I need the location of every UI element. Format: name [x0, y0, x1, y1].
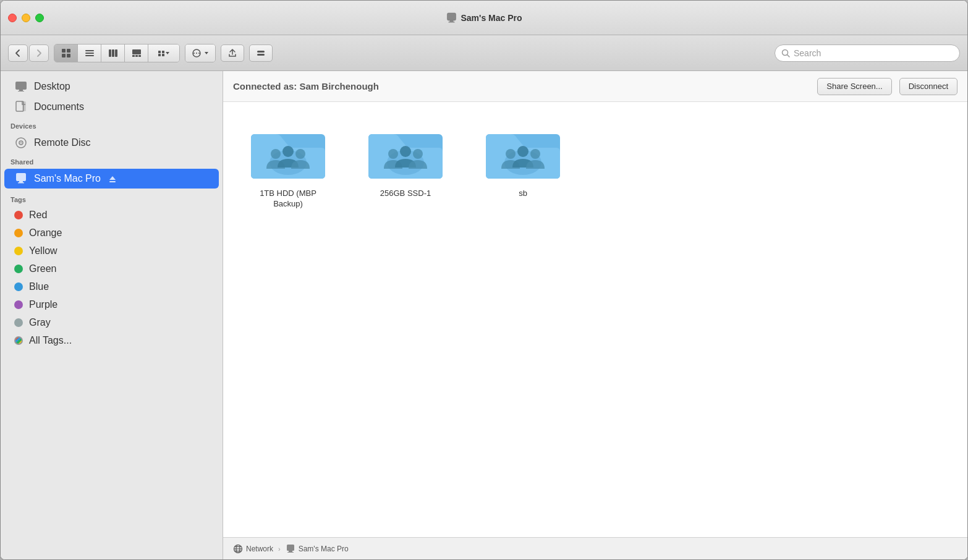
svg-rect-12	[115, 49, 117, 57]
file-item[interactable]: 256GB SSD-1	[365, 121, 446, 199]
svg-rect-19	[158, 54, 161, 56]
tag-label: Red	[29, 210, 47, 221]
tags-list: RedOrangeYellowGreenBluePurpleGrayAll Ta…	[1, 206, 223, 349]
close-button[interactable]	[8, 14, 17, 22]
svg-rect-20	[162, 54, 164, 56]
svg-rect-6	[67, 54, 70, 57]
connected-bar: Connected as: Sam Birchenough Share Scre…	[223, 71, 967, 102]
tag-label: Purple	[29, 299, 57, 310]
sidebar-item-label: Documents	[34, 101, 84, 112]
sidebar-item-documents[interactable]: Documents	[4, 97, 219, 117]
search-placeholder: Search	[794, 48, 821, 58]
svg-rect-2	[448, 22, 454, 23]
tag-label: Yellow	[29, 245, 57, 257]
action-button[interactable]	[185, 45, 215, 62]
tags-button[interactable]	[249, 45, 273, 62]
content-area: Connected as: Sam Birchenough Share Scre…	[223, 71, 967, 559]
network-label: Network	[246, 545, 273, 553]
gallery-view-button[interactable]	[125, 45, 148, 62]
tag-label: Blue	[29, 281, 49, 292]
svg-rect-8	[85, 53, 94, 54]
maximize-button[interactable]	[35, 14, 44, 22]
svg-rect-16	[138, 55, 141, 57]
view-buttons	[54, 44, 180, 62]
svg-rect-0	[447, 13, 456, 20]
breadcrumb-mac-pro[interactable]: Sam's Mac Pro	[286, 544, 349, 554]
svg-point-24	[198, 53, 200, 54]
svg-point-55	[530, 149, 540, 159]
devices-header: Devices	[1, 117, 223, 132]
svg-point-54	[517, 146, 529, 157]
window-title-area: Sam's Mac Pro	[446, 12, 522, 23]
all-tags-icon	[14, 336, 23, 345]
arrange-dropdown-button[interactable]	[148, 45, 179, 62]
sidebar-item-tag-red[interactable]: Red	[4, 206, 219, 224]
shared-header: Shared	[1, 153, 223, 168]
svg-rect-26	[257, 54, 265, 56]
sidebar-item-label: Remote Disc	[34, 137, 91, 148]
mac-pro-breadcrumb-icon	[286, 544, 295, 554]
share-button[interactable]	[221, 45, 244, 62]
svg-rect-9	[85, 55, 94, 56]
window-title: Sam's Mac Pro	[461, 13, 522, 23]
action-buttons	[185, 44, 216, 62]
share-screen-button[interactable]: Share Screen...	[817, 78, 891, 95]
search-bar[interactable]: Search	[775, 45, 960, 62]
tag-dot	[14, 265, 23, 273]
icon-view-button[interactable]	[54, 45, 78, 62]
svg-rect-3	[62, 49, 66, 53]
back-button[interactable]	[8, 45, 28, 62]
svg-point-50	[413, 149, 423, 159]
svg-rect-62	[289, 551, 292, 552]
list-view-button[interactable]	[78, 45, 101, 62]
file-item[interactable]: 1TB HDD (MBP Backup)	[248, 121, 328, 210]
svg-rect-11	[112, 49, 114, 57]
svg-rect-40	[109, 181, 116, 182]
sidebar-item-remote-disc[interactable]: Remote Disc	[4, 133, 219, 153]
sidebar-item-tag-blue[interactable]: Blue	[4, 278, 219, 295]
file-item[interactable]: sb	[483, 121, 563, 199]
file-area: 1TB HDD (MBP Backup) 256GB SSD-1	[223, 102, 967, 537]
disconnect-button[interactable]: Disconnect	[899, 78, 957, 95]
svg-point-45	[295, 149, 305, 159]
tag-dot	[14, 229, 23, 237]
svg-line-28	[788, 54, 790, 57]
minimize-button[interactable]	[22, 14, 30, 22]
svg-rect-61	[287, 545, 294, 551]
svg-point-22	[193, 53, 195, 54]
svg-point-53	[506, 149, 516, 159]
tag-label: Orange	[29, 227, 62, 239]
tag-dot	[14, 300, 23, 309]
tags-header: Tags	[1, 191, 223, 206]
sidebar-item-mac-pro[interactable]: Sam's Mac Pro	[4, 169, 219, 189]
breadcrumb-network[interactable]: Network	[233, 544, 273, 554]
svg-point-49	[400, 146, 411, 157]
title-bar: Sam's Mac Pro	[1, 1, 967, 35]
tag-dot	[14, 211, 23, 219]
svg-rect-25	[257, 51, 265, 53]
mac-pro-breadcrumb-label: Sam's Mac Pro	[299, 545, 349, 553]
svg-rect-1	[449, 20, 453, 22]
svg-rect-18	[162, 51, 164, 53]
breadcrumb-separator: ›	[278, 545, 281, 553]
tag-label: Green	[29, 263, 56, 274]
svg-rect-63	[287, 552, 294, 553]
mac-pro-icon	[446, 12, 457, 23]
svg-rect-5	[62, 54, 66, 57]
forward-button[interactable]	[29, 45, 49, 62]
eject-button[interactable]	[107, 173, 118, 184]
sidebar-item-tag-yellow[interactable]: Yellow	[4, 242, 219, 260]
sidebar-item-tag-purple[interactable]: Purple	[4, 296, 219, 313]
sidebar-item-desktop[interactable]: Desktop	[4, 77, 219, 96]
sidebar: Desktop Documents Devices	[1, 71, 223, 559]
main-area: Desktop Documents Devices	[1, 71, 967, 559]
column-view-button[interactable]	[101, 45, 125, 62]
sidebar-item-tag-green[interactable]: Green	[4, 260, 219, 278]
svg-rect-33	[22, 101, 26, 111]
sidebar-item-tag-orange[interactable]: Orange	[4, 224, 219, 242]
sidebar-item-tag-gray[interactable]: Gray	[4, 314, 219, 331]
sidebar-item-tag-all-tags---[interactable]: All Tags...	[4, 332, 219, 349]
traffic-lights	[8, 14, 44, 22]
desktop-icon	[14, 80, 28, 93]
svg-point-43	[271, 149, 281, 159]
